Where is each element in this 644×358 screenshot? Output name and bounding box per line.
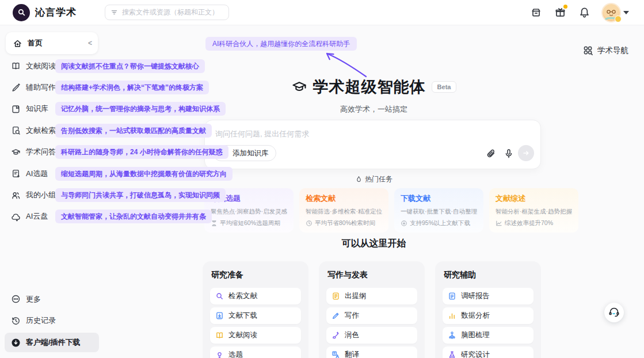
sidebar-item-history[interactable]: 历史记录 (0, 310, 104, 332)
shortcut-research-report[interactable]: 调研报告 (443, 288, 534, 304)
shortcut-label: 选题 (228, 350, 243, 358)
beta-badge: Beta (432, 81, 457, 93)
topbar: 沁言学术 搜索文件或资源（标题和正文） (0, 0, 644, 25)
sidebar-item-client-download[interactable]: 客户端/插件下载 (5, 333, 99, 352)
sidebar-item-writing-assist[interactable]: 辅助写作 结构搭建+学术润色，解决“下笔难”的终极方案 (0, 77, 104, 98)
pen-sparkle-icon (11, 83, 21, 93)
shortcut-topic-selection[interactable]: 选题 (210, 346, 301, 358)
card-writing-publishing: 写作与发表 出提纲 写作 润色 (319, 261, 425, 358)
sidebar-item-literature-search[interactable]: 文献检索 告别低效搜索，一站式获取最匹配的高质量文献 (0, 120, 104, 141)
bell-icon[interactable] (578, 6, 590, 18)
send-button[interactable] (518, 145, 534, 161)
composer-placeholder: 询问任何问题, 提出任何需求 (215, 129, 309, 139)
headset-icon (608, 306, 620, 319)
hero-title-row: 学术超级智能体 Beta (104, 77, 644, 97)
shortcut-research-design[interactable]: 研究设计 (443, 346, 534, 358)
bookmark-book-icon (11, 104, 21, 114)
attachment-icon[interactable] (486, 148, 496, 159)
shortcut-polish[interactable]: 润色 (326, 327, 417, 344)
storage-box-icon[interactable] (530, 6, 542, 18)
academic-nav-link[interactable]: 学术导航 (582, 45, 628, 56)
home-icon (13, 39, 22, 48)
sidebar-item-label: 知识库 (26, 104, 48, 114)
hot-task-find-topic[interactable]: 寻找选题 聚焦热点·洞察趋势·启发灵感 平均缩短60%选题周期 (204, 188, 294, 233)
banner-arrow-icon (322, 51, 369, 80)
shortcut-writing[interactable]: 写作 (326, 307, 417, 324)
filter-icon (110, 9, 118, 16)
card-research-assist: 研究辅助 调研报告 数据分析 脑图梳理 (435, 261, 541, 358)
more-circle-icon (11, 294, 21, 304)
global-search-input[interactable]: 搜索文件或资源（标题和正文） (105, 5, 229, 20)
sidebar-item-ai-topic[interactable]: AI选题 缩短选题周期，从海量数据中挖掘最有价值的研究方向 (0, 163, 104, 184)
sidebar-item-label: 我的小组 (26, 190, 56, 200)
shortcut-label: 检索文献 (228, 291, 257, 301)
outline-doc-icon (331, 292, 340, 300)
report-doc-icon (448, 292, 456, 300)
hot-task-literature-review[interactable]: 文献综述 智能分析·框架生成·趋势把握 综述效率提升70% (489, 188, 578, 233)
shortcut-data-analysis[interactable]: 数据分析 (443, 307, 534, 324)
sidebar-item-home[interactable]: 首页 < (6, 32, 98, 54)
sidebar-tooltip: 告别低效搜索，一站式获取最匹配的高质量文献 (55, 124, 212, 138)
sidebar-item-more[interactable]: 更多 (0, 288, 104, 310)
card-research-prep: 研究准备 检索文献 文献下载 文献阅读 (203, 261, 308, 358)
sidebar-footer: 更多 历史记录 客户端/插件下载 (0, 288, 104, 355)
download-circle-icon (401, 220, 407, 227)
shortcut-literature-download[interactable]: 文献下载 (210, 307, 301, 324)
hot-tasks-title: 热门任务 (365, 174, 393, 184)
sidebar-item-label: 客户端/插件下载 (26, 337, 81, 348)
gift-box-icon[interactable] (554, 6, 566, 18)
people-icon (11, 191, 21, 200)
collapse-sidebar-button[interactable]: < (88, 39, 92, 47)
hot-task-desc: 一键获取·批量下载·自动整理 (401, 208, 477, 216)
hot-task-search-literature[interactable]: 检索文献 智能筛选·多维检索·精准定位 平均节省80%检索时间 (299, 188, 388, 233)
shortcut-mindmap[interactable]: 脑图梳理 (443, 327, 534, 344)
user-avatar[interactable] (603, 4, 620, 21)
search-icon (215, 292, 224, 300)
translate-icon (331, 351, 340, 358)
sidebar-tooltip: 阅读文献抓不住重点？帮你一键提炼文献核心 (55, 59, 205, 73)
sidebar-tooltip: 科研路上的随身导师，24 小时待命解答你的任何疑惑 (55, 145, 228, 159)
hot-task-title: 文献综述 (496, 193, 572, 204)
shortcut-label: 写作 (345, 311, 359, 321)
hot-task-desc: 智能筛选·多维检索·精准定位 (306, 208, 382, 216)
shortcut-label: 润色 (345, 330, 359, 340)
pen-icon (331, 311, 340, 320)
hot-task-desc: 聚焦热点·洞察趋势·启发灵感 (211, 208, 287, 216)
hot-task-stat: 综述效率提升70% (505, 219, 553, 227)
shortcut-label: 出提纲 (345, 291, 367, 301)
sidebar-item-label: 首页 (28, 38, 43, 48)
sidebar-item-ai-cloud[interactable]: AI云盘 文献智能管家，让杂乱的文献自动变得井井有条 (0, 206, 104, 227)
shortcut-label: 调研报告 (461, 291, 490, 301)
sidebar-item-my-group[interactable]: 我的小组 与导师同门共读共享，打破信息孤岛，实现知识同频 (0, 184, 104, 205)
flask-icon (448, 351, 456, 358)
brand-name: 沁言学术 (35, 6, 77, 19)
sidebar-item-literature-reading[interactable]: 文献阅读 阅读文献抓不住重点？帮你一键提炼文献核心 (0, 55, 104, 77)
trend-icon (496, 220, 502, 227)
book-icon (220, 149, 229, 158)
shortcut-literature-reading[interactable]: 文献阅读 (210, 327, 301, 344)
sidebar: 首页 < 文献阅读 阅读文献抓不住重点？帮你一键提炼文献核心 辅助写作 结构搭建… (0, 25, 104, 358)
add-knowledge-base-button[interactable]: 添加知识库 (213, 145, 276, 161)
hot-task-stat: 平均节省80%检索时间 (315, 219, 375, 227)
composer[interactable]: 询问任何问题, 提出任何需求 添加知识库 (204, 120, 541, 169)
shortcut-outline[interactable]: 出提纲 (326, 288, 417, 304)
app-logo[interactable] (13, 4, 30, 21)
wand-sparkle-icon (331, 331, 340, 340)
hot-task-download-literature[interactable]: 下载文献 一键获取·批量下载·自动整理 支持95%以上文献下载 (394, 188, 483, 233)
hot-task-title: 寻找选题 (211, 193, 287, 204)
doc-search-icon (11, 125, 21, 135)
sidebar-item-knowledge-base[interactable]: 知识库 记忆外脑，统一管理你的摘录与思考，构建知识体系 (0, 98, 104, 120)
start-section-title: 可以从这里开始 (104, 238, 644, 250)
mindmap-icon (448, 331, 456, 340)
shortcut-translate[interactable]: 翻译 (326, 346, 417, 358)
sidebar-item-academic-qa[interactable]: 学术问答 科研路上的随身导师，24 小时待命解答你的任何疑惑 (0, 142, 104, 163)
shortcut-label: 脑图梳理 (461, 330, 490, 340)
microphone-icon[interactable] (504, 148, 514, 159)
clock-icon (306, 220, 313, 227)
card-title: 写作与发表 (327, 270, 417, 280)
chevron-down-icon[interactable] (623, 11, 629, 14)
shortcut-search-literature[interactable]: 检索文献 (210, 288, 301, 304)
hot-task-stat: 平均缩短60%选题周期 (220, 219, 280, 227)
support-button[interactable] (604, 303, 624, 322)
bar-chart-icon (448, 311, 456, 320)
